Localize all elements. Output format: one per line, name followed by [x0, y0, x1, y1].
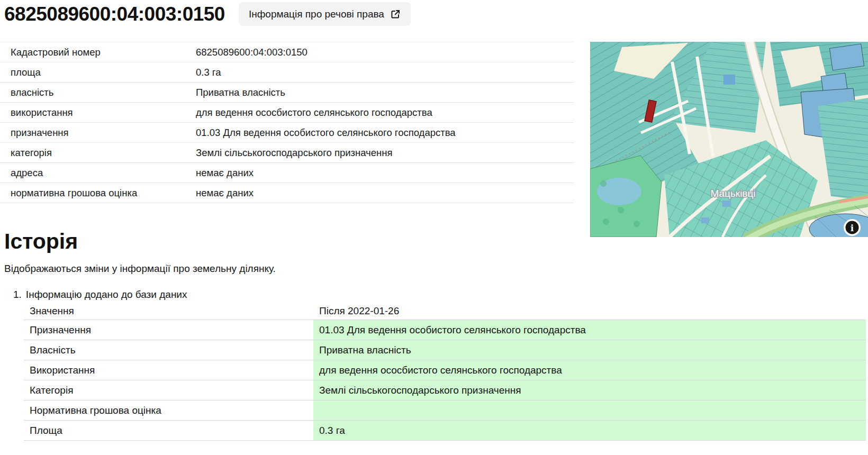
info-label: площа: [0, 67, 196, 78]
map-place-label: Мацьківці: [710, 188, 755, 199]
history-row-value: Землі сільськогосподарського призначення: [313, 380, 866, 400]
history-row-label: Призначення: [24, 320, 313, 340]
history-row-value: 0.3 га: [313, 421, 866, 440]
table-row: Кадастровий номер 6825089600:04:003:0150: [0, 42, 573, 62]
property-rights-button-label: Інформація про речові права: [249, 8, 384, 20]
info-label: нормативна грошова оцінка: [0, 187, 196, 199]
history-heading: Історія: [4, 229, 868, 254]
info-label: адреса: [0, 167, 196, 179]
property-rights-button[interactable]: Інформація про речові права: [239, 2, 411, 26]
history-row-value: 01.03 Для ведення особистого селянського…: [313, 320, 866, 340]
info-label: використання: [0, 107, 196, 119]
info-value: 6825089600:04:003:0150: [196, 47, 573, 58]
history-row-label: Нормативна грошова оцінка: [24, 401, 313, 420]
page-title: 6825089600:04:003:0150: [4, 3, 225, 25]
external-link-icon: [390, 9, 401, 20]
history-row-value: Приватна власність: [313, 340, 866, 360]
table-row: категорія Землі сільськогосподарського п…: [0, 143, 573, 163]
table-row: використання для ведення ососбистого сел…: [0, 103, 573, 123]
info-label: призначення: [0, 127, 196, 139]
history-row-value: для ведення ососбистого селянського госп…: [313, 360, 866, 380]
history-row-label: Власність: [24, 340, 313, 360]
table-row: власність Приватна власність: [0, 83, 573, 103]
history-section: Історія Відображаються зміни у інформаці…: [0, 229, 868, 441]
info-value: немає даних: [196, 167, 573, 179]
history-table: Значення Після 2022-01-26 Призначення 01…: [24, 302, 866, 441]
title-row: 6825089600:04:003:0150 Інформація про ре…: [4, 2, 411, 26]
history-entry-number: 1.: [13, 289, 22, 301]
history-row-label: Використання: [24, 360, 313, 380]
info-value: 01.03 Для ведення особистого селянського…: [196, 127, 573, 139]
table-row: Власність Приватна власність: [24, 340, 866, 360]
history-row-label: Категорія: [24, 380, 313, 400]
cadastral-parcel-page: 6825089600:04:003:0150 Інформація про ре…: [0, 0, 868, 455]
table-row: площа 0.3 га: [0, 62, 573, 83]
info-label: категорія: [0, 147, 196, 159]
table-row: нормативна грошова оцінка немає даних: [0, 183, 573, 203]
table-row: Нормативна грошова оцінка: [24, 400, 866, 420]
table-row: Призначення 01.03 Для ведення особистого…: [24, 320, 866, 340]
info-label: власність: [0, 87, 196, 98]
history-table-header: Значення Після 2022-01-26: [24, 302, 866, 320]
table-row: адреса немає даних: [0, 163, 573, 183]
table-row: Використання для ведення ососбистого сел…: [24, 360, 866, 380]
table-row: Категорія Землі сільськогосподарського п…: [24, 380, 866, 400]
history-row-value: [313, 401, 866, 420]
history-row-label: Площа: [24, 421, 313, 440]
info-value: для ведення ососбистого селянського госп…: [196, 107, 573, 119]
table-row: Площа 0.3 га: [24, 420, 866, 440]
info-value: 0.3 га: [196, 67, 573, 78]
history-description: Відображаються зміни у інформації про зе…: [4, 263, 868, 275]
history-header-date: Після 2022-01-26: [313, 305, 866, 317]
history-entry-head: 1. Інформацію додано до бази даних: [13, 289, 868, 301]
table-row: призначення 01.03 Для ведення особистого…: [0, 123, 573, 143]
info-label: Кадастровий номер: [0, 47, 196, 58]
info-value: Землі сільськогосподарського призначення: [196, 147, 573, 159]
info-value: Приватна власність: [196, 87, 573, 98]
history-header-label: Значення: [24, 305, 313, 317]
cadastral-map[interactable]: Мацьківці i: [590, 42, 868, 237]
info-value: немає даних: [196, 187, 573, 199]
history-entry: 1. Інформацію додано до бази даних Значе…: [13, 289, 868, 441]
parcel-info-table: Кадастровий номер 6825089600:04:003:0150…: [0, 42, 573, 203]
history-entry-title: Інформацію додано до бази даних: [26, 289, 187, 301]
